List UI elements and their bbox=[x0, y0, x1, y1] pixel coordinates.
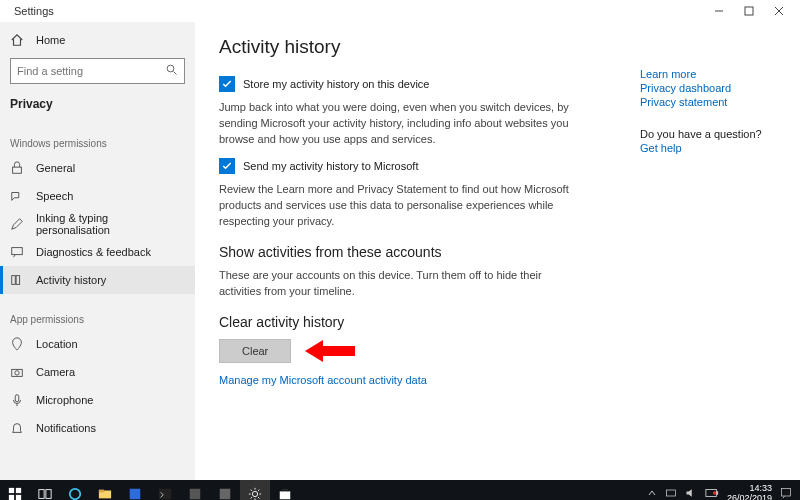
sidebar-item-label: General bbox=[36, 162, 75, 174]
sidebar-item-speech[interactable]: Speech bbox=[0, 182, 195, 210]
clear-button[interactable]: Clear bbox=[219, 339, 291, 363]
camera-icon bbox=[10, 365, 24, 379]
store-description: Jump back into what you were doing, even… bbox=[219, 100, 579, 148]
svg-point-2 bbox=[167, 65, 174, 72]
sidebar-item-label: Activity history bbox=[36, 274, 106, 286]
sidebar-item-activity-history[interactable]: Activity history bbox=[0, 266, 195, 294]
privacy-dashboard-link[interactable]: Privacy dashboard bbox=[640, 82, 780, 94]
taskbar-explorer[interactable] bbox=[90, 480, 120, 500]
taskbar-app3[interactable] bbox=[210, 480, 240, 500]
history-icon bbox=[10, 273, 24, 287]
svg-rect-4 bbox=[13, 167, 22, 173]
svg-rect-24 bbox=[220, 489, 231, 500]
manage-link[interactable]: Manage my Microsoft account activity dat… bbox=[219, 374, 620, 386]
tray-network-icon[interactable] bbox=[665, 487, 677, 500]
svg-point-30 bbox=[713, 491, 717, 495]
svg-rect-15 bbox=[16, 495, 21, 500]
accounts-description: These are your accounts on this device. … bbox=[219, 268, 579, 300]
checkbox-send-label: Send my activity history to Microsoft bbox=[243, 160, 418, 172]
tray-volume-icon[interactable] bbox=[685, 487, 697, 500]
sidebar-section-privacy: Privacy bbox=[0, 90, 195, 118]
svg-rect-1 bbox=[745, 7, 753, 15]
sidebar-home-label: Home bbox=[36, 34, 65, 46]
location-icon bbox=[10, 337, 24, 351]
sidebar-item-notifications[interactable]: Notifications bbox=[0, 414, 195, 442]
taskbar-app[interactable] bbox=[120, 480, 150, 500]
checkbox-store-history[interactable] bbox=[219, 76, 235, 92]
svg-rect-26 bbox=[280, 491, 291, 499]
sidebar-item-location[interactable]: Location bbox=[0, 330, 195, 358]
sidebar-item-label: Microphone bbox=[36, 394, 93, 406]
sidebar-item-camera[interactable]: Camera bbox=[0, 358, 195, 386]
svg-marker-11 bbox=[305, 340, 355, 362]
svg-rect-20 bbox=[99, 490, 104, 493]
sidebar-group-windows: Windows permissions bbox=[0, 126, 195, 154]
svg-rect-21 bbox=[130, 489, 141, 500]
feedback-icon bbox=[10, 245, 24, 259]
svg-rect-7 bbox=[16, 276, 20, 285]
sidebar-item-label: Inking & typing personalisation bbox=[36, 212, 185, 236]
svg-point-18 bbox=[70, 489, 81, 500]
taskbar-store[interactable] bbox=[270, 480, 300, 500]
svg-rect-31 bbox=[782, 489, 791, 497]
checkbox-store-label: Store my activity history on this device bbox=[243, 78, 429, 90]
clear-heading: Clear activity history bbox=[219, 314, 620, 330]
sidebar-item-diagnostics[interactable]: Diagnostics & feedback bbox=[0, 238, 195, 266]
svg-rect-29 bbox=[716, 491, 718, 495]
svg-rect-23 bbox=[190, 489, 201, 500]
microphone-icon bbox=[10, 393, 24, 407]
home-icon bbox=[10, 33, 24, 47]
taskbar-settings-active[interactable] bbox=[240, 480, 270, 500]
speech-icon bbox=[10, 189, 24, 203]
search-input[interactable] bbox=[17, 65, 166, 77]
svg-rect-5 bbox=[12, 248, 23, 255]
send-description: Review the Learn more and Privacy Statem… bbox=[219, 182, 579, 230]
close-button[interactable] bbox=[764, 1, 794, 21]
checkbox-send-history[interactable] bbox=[219, 158, 235, 174]
sidebar-home[interactable]: Home bbox=[0, 26, 195, 54]
pen-icon bbox=[10, 217, 24, 231]
sidebar-item-label: Location bbox=[36, 338, 78, 350]
svg-rect-12 bbox=[9, 488, 14, 493]
sidebar-item-general[interactable]: General bbox=[0, 154, 195, 182]
taskbar-terminal[interactable] bbox=[150, 480, 180, 500]
maximize-button[interactable] bbox=[734, 1, 764, 21]
search-icon bbox=[166, 64, 178, 78]
taskbar-app2[interactable] bbox=[180, 480, 210, 500]
lock-icon bbox=[10, 161, 24, 175]
page-title: Activity history bbox=[219, 36, 620, 58]
start-button[interactable] bbox=[0, 480, 30, 500]
tray-date: 26/02/2019 bbox=[727, 494, 772, 500]
get-help-link[interactable]: Get help bbox=[640, 142, 780, 154]
sidebar-item-inking[interactable]: Inking & typing personalisation bbox=[0, 210, 195, 238]
sidebar-item-label: Diagnostics & feedback bbox=[36, 246, 151, 258]
svg-rect-13 bbox=[16, 488, 21, 493]
tray-up-icon[interactable] bbox=[647, 488, 657, 500]
minimize-button[interactable] bbox=[704, 1, 734, 21]
annotation-arrow-icon bbox=[305, 338, 355, 364]
tray-battery-icon[interactable] bbox=[705, 488, 719, 500]
svg-point-9 bbox=[15, 371, 19, 375]
sidebar-item-label: Notifications bbox=[36, 422, 96, 434]
sidebar-item-label: Speech bbox=[36, 190, 73, 202]
sidebar-item-microphone[interactable]: Microphone bbox=[0, 386, 195, 414]
privacy-statement-link[interactable]: Privacy statement bbox=[640, 96, 780, 108]
tray-clock[interactable]: 14:33 26/02/2019 bbox=[727, 484, 772, 500]
svg-line-3 bbox=[174, 72, 177, 75]
svg-point-25 bbox=[252, 491, 257, 496]
sidebar: Home Privacy Windows permissions General… bbox=[0, 22, 195, 480]
svg-rect-16 bbox=[39, 490, 44, 499]
svg-rect-22 bbox=[159, 489, 171, 500]
svg-rect-27 bbox=[666, 490, 675, 496]
window-title: Settings bbox=[14, 5, 704, 17]
tray-action-center-icon[interactable] bbox=[780, 487, 792, 500]
svg-rect-14 bbox=[9, 495, 14, 500]
bell-icon bbox=[10, 421, 24, 435]
svg-rect-10 bbox=[15, 395, 19, 402]
taskbar-edge[interactable] bbox=[60, 480, 90, 500]
task-view-button[interactable] bbox=[30, 480, 60, 500]
svg-rect-17 bbox=[46, 490, 51, 499]
search-box[interactable] bbox=[10, 58, 185, 84]
learn-more-link[interactable]: Learn more bbox=[640, 68, 780, 80]
svg-rect-6 bbox=[12, 276, 16, 285]
